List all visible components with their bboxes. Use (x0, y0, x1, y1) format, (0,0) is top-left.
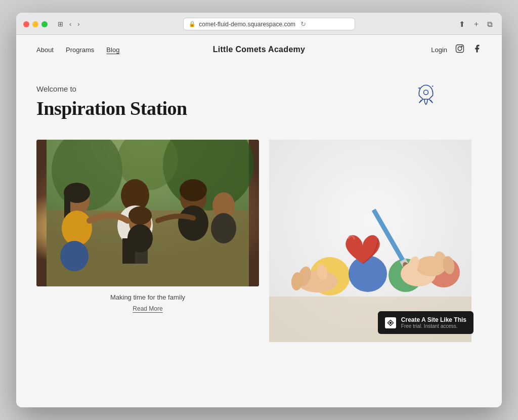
new-tab-button[interactable]: ＋ (470, 18, 482, 30)
maximize-button[interactable] (41, 21, 48, 27)
close-button[interactable] (23, 21, 29, 27)
svg-point-2 (461, 46, 462, 47)
browser-actions: ⬆ ＋ ⧉ (457, 18, 495, 30)
browser-chrome: ⊞ ‹ › 🔒 comet-fluid-demo.squarespace.com… (16, 13, 502, 35)
post-image-art: Create A Site Like This Free trial. Inst… (259, 140, 482, 342)
posts-grid: Making time for the family Read More (16, 130, 502, 407)
badge-title: Create A Site Like This (401, 316, 466, 323)
site-brand[interactable]: Little Comets Academy (213, 45, 306, 54)
badge-subtitle: Free trial. Instant access. (401, 323, 466, 329)
minimize-button[interactable] (32, 21, 38, 27)
nav-about[interactable]: About (36, 46, 54, 54)
svg-text:★: ★ (431, 85, 434, 88)
svg-point-3 (424, 90, 428, 95)
browser-nav: 🔒 comet-fluid-demo.squarespace.com ↻ (86, 18, 453, 30)
post-card-family: Making time for the family Read More (36, 140, 259, 407)
post-card-art: Create A Site Like This Free trial. Inst… (259, 140, 482, 407)
rocket-icon: ★ ★ (411, 79, 441, 112)
login-link[interactable]: Login (431, 46, 447, 54)
site-content: About Programs Blog Little Comets Academ… (16, 35, 502, 407)
svg-rect-28 (47, 140, 249, 286)
lock-icon: 🔒 (189, 21, 196, 27)
read-more-family[interactable]: Read More (133, 305, 162, 312)
squarespace-text: Create A Site Like This Free trial. Inst… (401, 316, 466, 329)
svg-point-1 (458, 47, 462, 51)
squarespace-logo (385, 317, 396, 328)
site-header-wrapper: About Programs Blog Little Comets Academ… (16, 35, 502, 64)
address-bar[interactable]: 🔒 comet-fluid-demo.squarespace.com ↻ (183, 18, 355, 30)
browser-window: ⊞ ‹ › 🔒 comet-fluid-demo.squarespace.com… (16, 13, 502, 407)
sidebar-toggle-button[interactable]: ⊞ (56, 19, 65, 29)
facebook-icon[interactable] (472, 44, 482, 55)
site-nav-left: About Programs Blog (36, 46, 119, 54)
instagram-icon[interactable] (455, 44, 464, 55)
hero-section: Welcome to Inspiration Station ★ ★ (16, 64, 502, 130)
family-photo-placeholder (36, 140, 259, 286)
share-button[interactable]: ⬆ (457, 19, 467, 30)
post-caption-family: Making time for the family (110, 293, 185, 301)
site-nav-right: Login (431, 44, 482, 55)
forward-button[interactable]: › (75, 19, 81, 29)
tabs-button[interactable]: ⧉ (485, 19, 495, 30)
squarespace-badge[interactable]: Create A Site Like This Free trial. Inst… (378, 311, 473, 334)
refresh-button[interactable]: ↻ (300, 20, 306, 28)
nav-programs[interactable]: Programs (66, 46, 94, 54)
post-image-family (36, 140, 259, 286)
traffic-lights (23, 21, 48, 27)
window-controls: ⊞ ‹ › (56, 19, 82, 29)
back-button[interactable]: ‹ (67, 19, 73, 29)
url-text: comet-fluid-demo.squarespace.com (199, 21, 295, 28)
site-header: About Programs Blog Little Comets Academ… (16, 35, 502, 64)
svg-rect-0 (456, 45, 464, 53)
nav-blog[interactable]: Blog (106, 46, 119, 54)
svg-text:★: ★ (418, 87, 420, 90)
